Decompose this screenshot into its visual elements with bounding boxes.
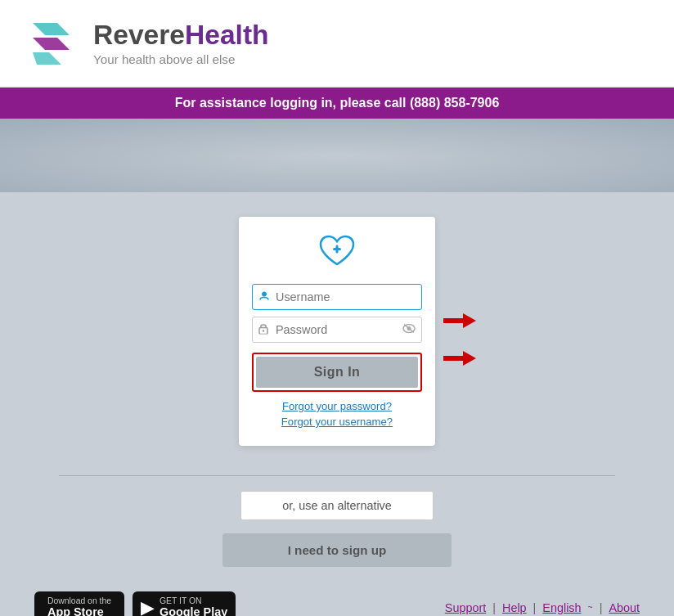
logo-revere: Revere	[93, 20, 185, 50]
hero-overlay	[0, 119, 674, 192]
appstore-main: App Store	[47, 605, 111, 616]
sep1: |	[492, 601, 496, 614]
appstore-sub: Download on the	[47, 596, 111, 605]
username-input[interactable]	[252, 284, 422, 310]
svg-marker-10	[443, 313, 476, 328]
password-icon	[258, 323, 268, 337]
arrow-indicator-password	[443, 351, 476, 366]
svg-marker-0	[33, 23, 70, 35]
googleplay-main: Google Play	[160, 605, 227, 616]
sep2: |	[533, 601, 537, 614]
svg-point-6	[263, 330, 264, 331]
logo-icon	[25, 15, 82, 72]
password-group	[252, 317, 422, 343]
login-card: Sign In Forgot your password? Forgot you…	[239, 217, 435, 446]
sep3: |	[600, 601, 603, 614]
support-link[interactable]: Support	[445, 601, 486, 614]
logo-text: RevereHealth Your health above all else	[93, 20, 269, 66]
english-superscript: ~	[588, 603, 593, 612]
forgot-username-link[interactable]: Forgot your username?	[252, 416, 422, 428]
appstore-badge[interactable]: Download on the App Store	[34, 591, 124, 616]
forgot-links: Forgot your password? Forgot your userna…	[252, 400, 422, 431]
card-icon	[317, 233, 357, 272]
main-content: Sign In Forgot your password? Forgot you…	[0, 192, 674, 616]
footer-links: Support | Help | English ~ | About	[445, 601, 640, 614]
divider	[59, 475, 615, 476]
username-icon	[258, 290, 270, 304]
assistance-banner: For assistance logging in, please call (…	[0, 88, 674, 119]
password-input[interactable]	[252, 317, 422, 343]
store-badges: Download on the App Store ▶ GET IT ON Go…	[34, 591, 236, 616]
help-link[interactable]: Help	[502, 601, 527, 614]
googleplay-sub: GET IT ON	[160, 596, 227, 605]
show-password-icon[interactable]	[402, 324, 416, 336]
svg-marker-11	[443, 351, 476, 366]
svg-marker-1	[33, 38, 70, 50]
forgot-password-link[interactable]: Forgot your password?	[252, 400, 422, 412]
googleplay-badge[interactable]: ▶ GET IT ON Google Play	[133, 591, 236, 616]
svg-marker-2	[33, 52, 61, 65]
username-group	[252, 284, 422, 310]
english-link[interactable]: English	[542, 601, 581, 614]
store-row: Download on the App Store ▶ GET IT ON Go…	[34, 583, 640, 616]
logo-tagline: Your health above all else	[93, 52, 269, 66]
sign-in-button[interactable]: Sign In	[256, 357, 418, 388]
alternative-button[interactable]: or, use an alternative	[240, 491, 434, 520]
hero-image	[0, 119, 674, 192]
sign-in-wrapper: Sign In	[252, 353, 422, 392]
signup-button[interactable]: I need to sign up	[222, 533, 452, 567]
arrow-indicator-username	[443, 313, 476, 328]
logo-health: Health	[185, 20, 269, 50]
googleplay-icon: ▶	[141, 596, 155, 616]
about-link[interactable]: About	[609, 601, 640, 614]
page-header: RevereHealth Your health above all else	[0, 0, 674, 88]
banner-text: For assistance logging in, please call (…	[175, 96, 500, 110]
svg-rect-4	[336, 245, 339, 254]
